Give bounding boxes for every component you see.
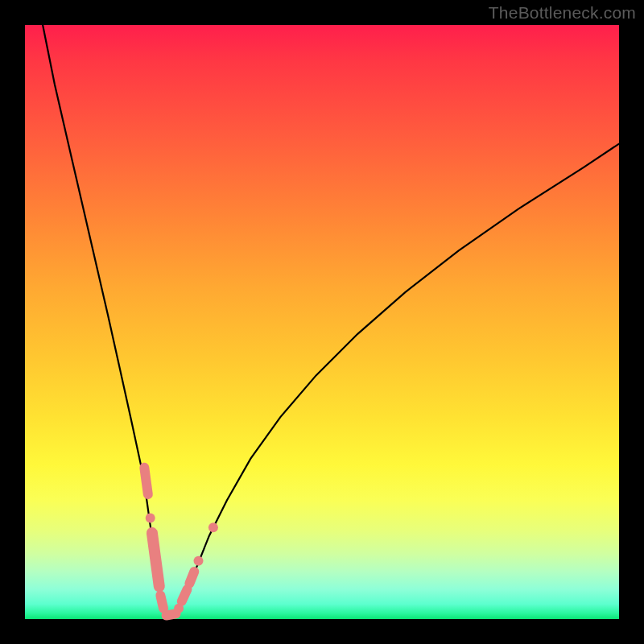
marker-capsule — [152, 533, 159, 586]
marker-capsule — [144, 468, 148, 494]
marker-capsule — [189, 572, 194, 584]
watermark-text: TheBottleneck.com — [489, 3, 636, 23]
marker-capsule — [160, 596, 163, 609]
marker-capsule — [167, 613, 176, 615]
chart-frame: TheBottleneck.com — [0, 0, 644, 644]
marker-dot — [208, 522, 218, 532]
plot-area — [25, 25, 619, 619]
bottleneck-curve — [43, 25, 619, 616]
marker-dot — [194, 556, 204, 566]
marker-dot — [146, 514, 155, 523]
marker-capsule — [182, 589, 188, 601]
chart-svg — [25, 25, 619, 619]
